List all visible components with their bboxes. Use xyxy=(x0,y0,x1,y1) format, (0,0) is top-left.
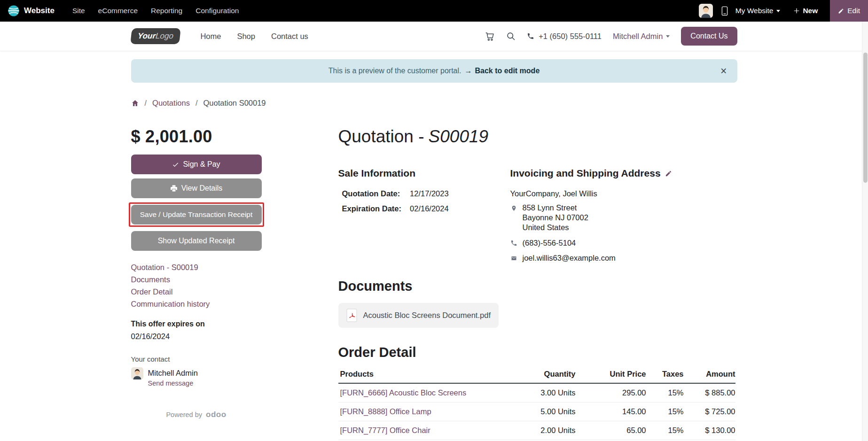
new-label: New xyxy=(803,7,818,15)
header-phone-link[interactable]: +1 (650) 555-0111 xyxy=(527,32,602,41)
cell-unit-price: 145.00 xyxy=(576,402,646,421)
odoo-logo[interactable]: odoo xyxy=(206,410,227,419)
table-row: [FURN_6666] Acoustic Bloc Screens 3.00 U… xyxy=(338,383,735,402)
send-message-link[interactable]: Send message xyxy=(148,379,194,387)
nav-shop[interactable]: Shop xyxy=(237,32,255,41)
cell-amount: $ 130.00 xyxy=(684,421,735,440)
sidebar-link-quotation[interactable]: Quotation - S00019 xyxy=(131,263,262,272)
product-link[interactable]: [FURN_7777] Office Chair xyxy=(340,426,430,434)
contact-name: Mitchell Admin xyxy=(148,367,198,379)
new-button[interactable]: New xyxy=(790,6,821,15)
back-to-edit-mode-link[interactable]: → Back to edit mode xyxy=(464,67,540,75)
address-phone: (683)-556-5104 xyxy=(523,239,576,248)
product-link[interactable]: [FURN_8888] Office Lamp xyxy=(340,407,431,416)
alert-close-icon[interactable]: × xyxy=(718,65,729,77)
cell-unit-price: 295.00 xyxy=(576,383,646,402)
cell-taxes: 15% xyxy=(646,383,684,402)
table-row: [FURN_8888] Office Lamp 5.00 Units 145.0… xyxy=(338,402,735,421)
address-country: United States xyxy=(523,223,588,232)
sign-and-pay-button[interactable]: Sign & Pay xyxy=(131,155,262,174)
contact-avatar xyxy=(131,367,143,379)
offer-expires-date: 02/16/2024 xyxy=(131,332,262,341)
phone-icon xyxy=(510,240,517,247)
edit-address-pencil-icon[interactable] xyxy=(665,170,672,177)
cell-amount: $ 885.00 xyxy=(684,383,735,402)
arrow-right-icon: → xyxy=(464,67,472,75)
my-website-dropdown[interactable]: My Website xyxy=(735,7,781,15)
order-detail-section: Order Detail Products Quantity Unit Pric… xyxy=(338,344,735,441)
sign-and-pay-label: Sign & Pay xyxy=(183,160,220,169)
back-to-edit-mode-label: Back to edit mode xyxy=(475,67,540,75)
show-updated-receipt-button[interactable]: Show Updated Receipt xyxy=(131,231,262,251)
document-filename: Acoustic Bloc Screens Document.pdf xyxy=(363,311,491,320)
nav-home[interactable]: Home xyxy=(200,32,221,41)
sidebar-link-documents[interactable]: Documents xyxy=(131,275,262,284)
page-title-reference: S00019 xyxy=(429,127,489,146)
home-icon[interactable] xyxy=(131,99,139,107)
col-unit-price: Unit Price xyxy=(576,366,646,383)
address-company: YourCompany, Joel Willis xyxy=(510,189,735,198)
website-header: YourLogo Home Shop Contact us xyxy=(0,22,868,51)
vertical-scrollbar xyxy=(862,22,868,441)
cell-quantity: 5.00 Units xyxy=(470,402,576,421)
document-attachment-card[interactable]: Acoustic Bloc Screens Document.pdf xyxy=(338,303,499,328)
logo-text-logo: Logo xyxy=(155,31,174,40)
backend-top-navbar: Website Site eCommerce Reporting Configu… xyxy=(0,0,868,22)
mobile-preview-icon[interactable] xyxy=(721,6,728,16)
your-logo[interactable]: YourLogo xyxy=(130,28,180,44)
address-heading: Invoicing and Shipping Address xyxy=(510,167,735,179)
view-details-button[interactable]: View Details xyxy=(131,178,262,198)
quotation-date-label: Quotation Date: xyxy=(342,189,410,204)
search-icon[interactable] xyxy=(506,31,516,41)
header-phone-number: +1 (650) 555-0111 xyxy=(539,32,602,41)
user-avatar-menu[interactable] xyxy=(699,4,713,18)
cell-unit-price: 65.00 xyxy=(576,421,646,440)
save-update-transaction-receipt-button[interactable]: Save / Update Transaction Receipt xyxy=(131,205,262,224)
your-contact-label: Your contact xyxy=(131,355,262,363)
site-nav: Home Shop Contact us xyxy=(200,32,308,41)
expiration-date-label: Expiration Date: xyxy=(342,204,410,219)
breadcrumb-quotations[interactable]: Quotations xyxy=(152,99,190,108)
user-name: Mitchell Admin xyxy=(613,32,663,41)
odoo-website-app-menu[interactable]: Website xyxy=(8,5,55,17)
expiration-date-value: 02/16/2024 xyxy=(410,204,449,219)
menu-configuration[interactable]: Configuration xyxy=(189,0,245,22)
sidebar-link-order-detail[interactable]: Order Detail xyxy=(131,287,262,296)
breadcrumb-separator: / xyxy=(145,99,147,108)
menu-reporting[interactable]: Reporting xyxy=(144,0,189,22)
user-account-dropdown[interactable]: Mitchell Admin xyxy=(613,32,670,41)
sale-information-table: Quotation Date: 12/17/2023 Expiration Da… xyxy=(342,189,449,219)
menu-site[interactable]: Site xyxy=(66,0,92,22)
address-email: joel.willis63@example.com xyxy=(523,254,616,263)
sidebar-link-communication-history[interactable]: Communication history xyxy=(131,300,262,309)
phone-icon xyxy=(527,32,534,40)
edit-button[interactable]: Edit xyxy=(830,0,868,22)
address-email-row: joel.willis63@example.com xyxy=(510,254,735,263)
nav-contact-us[interactable]: Contact us xyxy=(271,32,308,41)
cart-icon[interactable] xyxy=(485,31,495,41)
col-quantity: Quantity xyxy=(470,366,576,383)
breadcrumb-current: Quotation S00019 xyxy=(203,99,266,108)
map-pin-icon xyxy=(510,203,517,232)
cell-taxes: 15% xyxy=(646,402,684,421)
scrollbar-thumb[interactable] xyxy=(863,53,868,183)
contact-us-button[interactable]: Contact Us xyxy=(681,27,737,46)
alert-text: This is a preview of the customer portal… xyxy=(328,67,461,75)
pdf-icon xyxy=(346,309,358,322)
plus-icon xyxy=(793,8,800,14)
backend-menu: Site eCommerce Reporting Configuration xyxy=(66,0,246,22)
brand-label: Website xyxy=(24,6,55,15)
topbar-right-cluster: My Website New Edit xyxy=(699,0,868,22)
cell-quantity: 2.00 Units xyxy=(470,421,576,440)
website-app-icon xyxy=(8,5,20,17)
product-link[interactable]: [FURN_6666] Acoustic Bloc Screens xyxy=(340,388,467,397)
cell-quantity: 3.00 Units xyxy=(470,383,576,402)
address-heading-label: Invoicing and Shipping Address xyxy=(510,167,661,179)
menu-ecommerce[interactable]: eCommerce xyxy=(92,0,144,22)
printer-icon xyxy=(170,185,178,192)
pencil-icon xyxy=(838,8,844,14)
envelope-icon xyxy=(510,255,517,261)
powered-by: Powered by odoo xyxy=(131,410,262,419)
page-title-prefix: Quotation - xyxy=(338,127,424,146)
address-city: Bayonne NJ 07002 xyxy=(523,213,588,223)
